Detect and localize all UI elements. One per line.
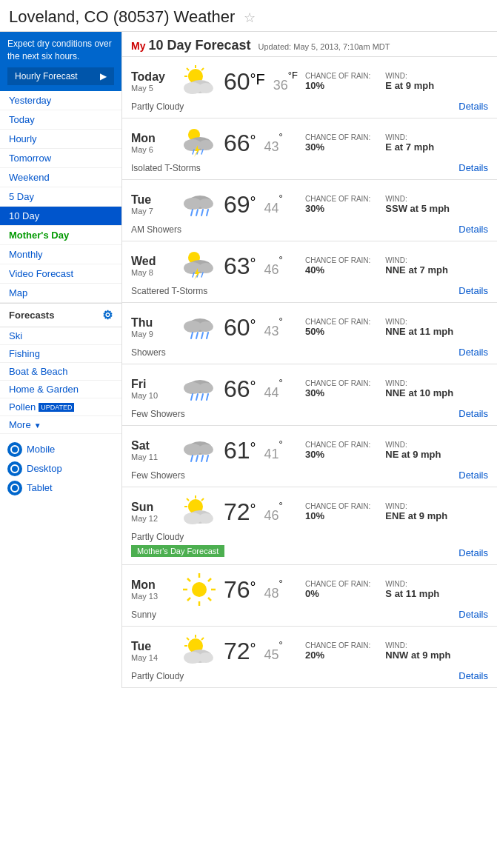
platform-mobile[interactable]: Mobile — [7, 440, 114, 459]
svg-line-19 — [191, 210, 193, 216]
details-link[interactable]: Details — [458, 101, 488, 112]
svg-point-40 — [199, 383, 213, 393]
sidebar-forecast-fishing[interactable]: Fishing — [0, 345, 121, 363]
condition-text: Partly Cloudy — [131, 532, 488, 542]
day-name-block: Tue May 14 — [131, 640, 176, 662]
rain-wind-block: CHANCE OF RAIN: 50% WIND: NNE at 11 mph — [305, 318, 488, 337]
temp-high-unit: ° — [250, 317, 256, 334]
day-row-inner: Wed May 8 63° 46° CHANCE OF RAIN: — [131, 247, 488, 284]
temp-high-unit: ° — [250, 194, 256, 211]
weather-icon — [176, 186, 224, 223]
wind-block: WIND: NNW at 9 mph — [385, 641, 450, 661]
condition-text: AM Showers — [131, 224, 488, 235]
hourly-forecast-button[interactable]: Hourly Forecast ▶ — [7, 67, 114, 85]
svg-line-34 — [191, 333, 193, 338]
forecast-day-row: Wed May 8 63° 46° CHANCE OF RAIN: — [122, 241, 497, 303]
temp-high: 76 — [224, 576, 250, 603]
wind-label: WIND: — [385, 379, 453, 387]
forecast-header: My 10 Day Forecast Updated: May 5, 2013,… — [122, 32, 497, 57]
wind-value: NE at 9 mph — [385, 449, 441, 460]
temp-low: 41 — [264, 447, 278, 461]
sidebar-nav-videoforecast[interactable]: Video Forecast — [0, 264, 121, 284]
details-link[interactable]: Details — [458, 670, 488, 681]
details-link[interactable]: Details — [458, 609, 488, 620]
day-date: May 8 — [131, 268, 176, 277]
details-link[interactable]: Details — [458, 285, 488, 296]
sidebar-nav-today[interactable]: Today — [0, 110, 121, 130]
day-name-block: Fri May 10 — [131, 378, 176, 400]
svg-point-76 — [199, 652, 213, 663]
sidebar-nav-map[interactable]: Map — [0, 284, 121, 303]
details-link[interactable]: Details — [458, 347, 488, 358]
weather-icon — [176, 63, 224, 100]
svg-line-35 — [196, 333, 198, 338]
wind-value: SSW at 5 mph — [385, 203, 450, 214]
gear-icon[interactable]: ⚙ — [102, 308, 113, 322]
temp-high-unit: ° — [250, 133, 256, 150]
sidebar-forecast-boatbeach[interactable]: Boat & Beach — [0, 363, 121, 381]
temp-block: 72° 45° — [224, 638, 305, 665]
details-link[interactable]: Details — [458, 408, 488, 419]
wind-label: WIND: — [385, 641, 450, 650]
tablet-icon — [7, 481, 22, 495]
sidebar-forecast-ski[interactable]: Ski — [0, 327, 121, 345]
wind-block: WIND: E at 7 mph — [385, 133, 434, 153]
forecast-day-row: Tue May 14 72° 45° CHANCE OF RAIN: — [122, 627, 497, 688]
wind-value: NNW at 9 mph — [385, 650, 450, 661]
details-link[interactable]: Details — [458, 224, 488, 235]
details-link[interactable]: Details — [458, 547, 488, 558]
details-link[interactable]: Details — [458, 162, 488, 173]
sidebar-forecast-more[interactable]: More▼ — [0, 416, 121, 434]
wind-block: WIND: NE at 9 mph — [385, 441, 441, 460]
rain-label: CHANCE OF RAIN: — [305, 580, 370, 588]
sidebar-forecast-homegarden[interactable]: Home & Garden — [0, 381, 121, 398]
condition-text: Few Showers — [131, 470, 488, 481]
desktop-icon — [7, 461, 22, 476]
condition-text: Sunny — [131, 610, 488, 620]
rain-label: CHANCE OF RAIN: — [305, 641, 370, 650]
sidebar-nav-yesterday[interactable]: Yesterday — [0, 91, 121, 110]
chance-block: CHANCE OF RAIN: 30% — [305, 441, 370, 460]
sidebar-nav-monthly[interactable]: Monthly — [0, 245, 121, 264]
wind-block: WIND: S at 11 mph — [385, 580, 439, 599]
sidebar-nav: YesterdayTodayHourlyTomorrowWeekend5 Day… — [0, 91, 121, 304]
sidebar-nav-mothersday[interactable]: Mother's Day — [0, 226, 121, 245]
sidebar-nav-10day[interactable]: 10 Day — [0, 207, 121, 226]
wind-value: NNE at 11 mph — [385, 326, 453, 337]
sidebar-nav-hourly[interactable]: Hourly — [0, 130, 121, 149]
condition-text: Scattered T-Storms — [131, 286, 488, 296]
svg-line-67 — [187, 598, 190, 601]
pollen-updated-badge: UPDATED — [39, 403, 74, 412]
wind-label: WIND: — [385, 502, 447, 510]
day-row-inner: Today May 5 60°F 36°F CHANCE OF RAI — [131, 63, 488, 100]
platform-tablet[interactable]: Tablet — [7, 478, 114, 498]
temp-low-unit: ° — [278, 639, 282, 650]
temp-high-unit: ° — [250, 501, 256, 518]
forecast-day-row: Sun May 12 72° 46° CHANCE OF RAIN: — [122, 487, 497, 565]
wind-label: WIND: — [385, 133, 434, 141]
temp-block: 69° 44° — [224, 191, 305, 218]
sidebar-forecast-pollen[interactable]: PollenUPDATED — [0, 398, 121, 416]
weather-icon — [176, 432, 224, 469]
wind-value: ENE at 9 mph — [385, 510, 447, 521]
page-title: Loveland, CO (80537) Weather — [9, 7, 235, 26]
sidebar-nav-weekend[interactable]: Weekend — [0, 168, 121, 187]
forecast-updated: Updated: May 5, 2013, 7:10am MDT — [258, 42, 390, 51]
temp-high: 72 — [224, 498, 250, 525]
sidebar-promo: Expect dry conditions over the next six … — [0, 32, 121, 91]
sidebar-nav-tomorrow[interactable]: Tomorrow — [0, 149, 121, 168]
star-icon[interactable]: ☆ — [244, 10, 256, 25]
platform-desktop[interactable]: Desktop — [7, 459, 114, 478]
svg-line-50 — [201, 455, 203, 461]
arrow-right-icon: ▶ — [100, 71, 107, 81]
forecast-day-row: Fri May 10 66° 44° CHANCE OF RAIN: — [122, 364, 497, 426]
sidebar-nav-5day[interactable]: 5 Day — [0, 187, 121, 207]
forecast-title: 10 Day Forecast — [148, 38, 250, 53]
rain-value: 0% — [305, 588, 370, 599]
details-link[interactable]: Details — [458, 470, 488, 481]
svg-point-47 — [199, 444, 213, 455]
temp-low-unit: ° — [278, 193, 282, 204]
temp-low-unit: ° — [278, 254, 282, 265]
forecast-day-row: Thu May 9 60° 43° CHANCE OF RAIN: — [122, 303, 497, 364]
temp-high-unit: ° — [250, 256, 256, 273]
